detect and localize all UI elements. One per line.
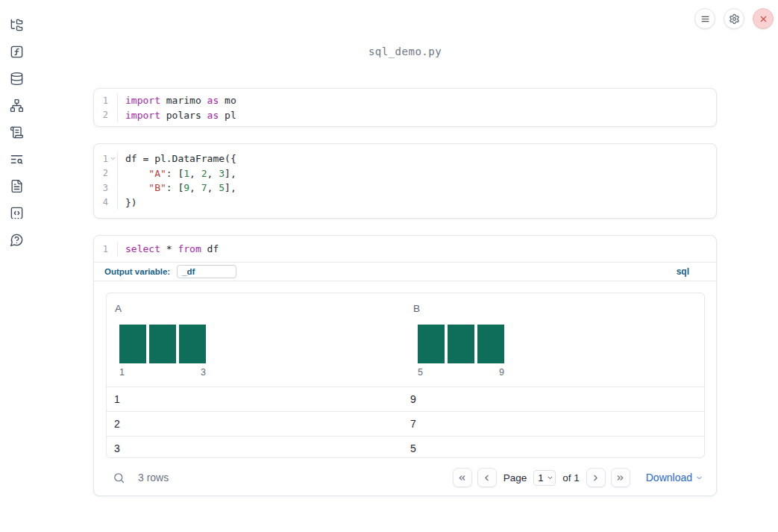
notebook-title: sql_demo.py bbox=[93, 46, 717, 57]
list-search-icon[interactable] bbox=[6, 148, 27, 169]
next-page-button[interactable] bbox=[586, 468, 606, 487]
table-row[interactable]: 19 bbox=[107, 387, 704, 412]
line-number: 1 bbox=[103, 154, 108, 164]
download-button[interactable]: Download bbox=[646, 472, 703, 484]
code-text: select * from df bbox=[118, 243, 219, 254]
histogram-bar[interactable] bbox=[448, 325, 474, 363]
output-variable-input[interactable] bbox=[177, 265, 236, 278]
line-number: 1 bbox=[103, 244, 108, 254]
table-cell[interactable]: 3 bbox=[107, 442, 405, 454]
code-editor: 1import marimo as mo2import polars as pl bbox=[94, 93, 716, 122]
code-square-icon[interactable] bbox=[6, 202, 27, 223]
code-text: import polars as pl bbox=[118, 110, 236, 121]
database-icon[interactable] bbox=[6, 68, 27, 89]
code-editor: 1select * from df bbox=[94, 236, 716, 263]
hist-min-label: 5 bbox=[418, 367, 423, 378]
code-editor: 1df = pl.DataFrame({2 "A": [1, 2, 3],3 "… bbox=[94, 151, 716, 210]
table-cell[interactable]: 2 bbox=[107, 418, 405, 430]
table-row[interactable]: 35 bbox=[107, 436, 704, 458]
file-text-icon[interactable] bbox=[6, 175, 27, 196]
line-number: 2 bbox=[103, 168, 108, 178]
code-line: 2 "A": [1, 2, 3], bbox=[94, 166, 716, 181]
language-badge: sql bbox=[677, 266, 689, 277]
chevron-down-icon bbox=[695, 474, 703, 482]
line-number: 4 bbox=[103, 197, 108, 207]
table-cell[interactable]: 1 bbox=[107, 393, 405, 405]
output-variable-label: Output variable: bbox=[104, 267, 170, 276]
code-text: "A": [1, 2, 3], bbox=[118, 168, 236, 179]
column-label: B bbox=[413, 303, 704, 314]
code-line: 1import marimo as mo bbox=[94, 93, 716, 108]
hist-max-label: 3 bbox=[201, 367, 206, 378]
code-text: df = pl.DataFrame({ bbox=[118, 153, 236, 164]
code-text: "B": [9, 7, 5], bbox=[118, 182, 236, 193]
table-footer: 3 rows Page 1 of 1 Downl bbox=[106, 467, 703, 488]
hist-max-label: 9 bbox=[499, 367, 504, 378]
code-text: import marimo as mo bbox=[118, 95, 236, 106]
result-table: A 1 3 B 5 9 192735 bbox=[106, 292, 705, 458]
prev-page-button[interactable] bbox=[477, 468, 497, 487]
search-icon[interactable] bbox=[113, 472, 125, 484]
last-page-button[interactable] bbox=[611, 468, 630, 487]
histogram-bar[interactable] bbox=[477, 325, 504, 363]
histogram-bar[interactable] bbox=[179, 325, 206, 363]
histogram-bar[interactable] bbox=[149, 325, 176, 363]
download-label: Download bbox=[646, 472, 692, 484]
code-cell-dataframe[interactable]: 1df = pl.DataFrame({2 "A": [1, 2, 3],3 "… bbox=[93, 143, 717, 219]
code-line: 1select * from df bbox=[94, 242, 716, 257]
code-text: }) bbox=[118, 197, 137, 208]
fold-chevron-icon[interactable] bbox=[108, 155, 117, 162]
code-line: 4}) bbox=[94, 195, 716, 210]
table-body: 192735 bbox=[107, 387, 704, 458]
network-icon[interactable] bbox=[6, 95, 27, 116]
line-number: 3 bbox=[103, 183, 108, 193]
page-label: Page bbox=[503, 472, 527, 484]
hist-min-label: 1 bbox=[119, 367, 125, 378]
row-count: 3 rows bbox=[138, 472, 169, 484]
first-page-button[interactable] bbox=[453, 468, 472, 487]
column-header-a[interactable]: A 1 3 bbox=[107, 293, 405, 387]
line-gutter: 3 bbox=[94, 181, 118, 195]
page-select-wrap: 1 bbox=[533, 470, 556, 486]
sql-cell[interactable]: 1select * from df Output variable: sql A… bbox=[93, 235, 717, 496]
table-cell[interactable]: 9 bbox=[405, 393, 704, 405]
page-select[interactable]: 1 bbox=[533, 470, 556, 486]
close-x-icon[interactable] bbox=[753, 8, 774, 29]
table-row[interactable]: 27 bbox=[107, 412, 704, 436]
table-header: A 1 3 B 5 9 bbox=[107, 293, 704, 387]
helper-sidebar bbox=[0, 0, 33, 532]
settings-gear-icon[interactable] bbox=[724, 8, 744, 29]
scroll-icon[interactable] bbox=[6, 122, 27, 143]
column-header-b[interactable]: B 5 9 bbox=[405, 293, 704, 387]
column-histogram bbox=[418, 325, 704, 363]
line-number: 2 bbox=[103, 110, 108, 120]
line-gutter: 1 bbox=[94, 93, 118, 108]
line-gutter: 1 bbox=[94, 242, 118, 257]
histogram-bar[interactable] bbox=[418, 325, 445, 363]
code-cell-imports[interactable]: 1import marimo as mo2import polars as pl bbox=[93, 88, 717, 127]
function-square-icon[interactable] bbox=[6, 41, 27, 62]
menu-icon[interactable] bbox=[694, 8, 715, 29]
line-number: 1 bbox=[103, 96, 108, 106]
pagination: Page 1 of 1 Download bbox=[453, 468, 703, 487]
column-label: A bbox=[115, 303, 405, 314]
line-gutter: 4 bbox=[94, 195, 118, 210]
page-total-label: of 1 bbox=[562, 472, 580, 484]
table-cell[interactable]: 7 bbox=[405, 418, 704, 430]
code-line: 3 "B": [9, 7, 5], bbox=[94, 181, 716, 195]
output-variable-row: Output variable: sql bbox=[94, 263, 716, 281]
histogram-bar[interactable] bbox=[119, 325, 146, 363]
table-cell[interactable]: 5 bbox=[405, 442, 704, 454]
line-gutter: 1 bbox=[94, 151, 118, 166]
code-line: 1df = pl.DataFrame({ bbox=[94, 151, 716, 166]
line-gutter: 2 bbox=[94, 108, 118, 123]
line-gutter: 2 bbox=[94, 166, 118, 181]
column-histogram bbox=[119, 325, 405, 363]
file-tree-icon[interactable] bbox=[6, 14, 27, 35]
help-bubble-icon[interactable] bbox=[6, 229, 27, 250]
code-line: 2import polars as pl bbox=[94, 108, 716, 123]
